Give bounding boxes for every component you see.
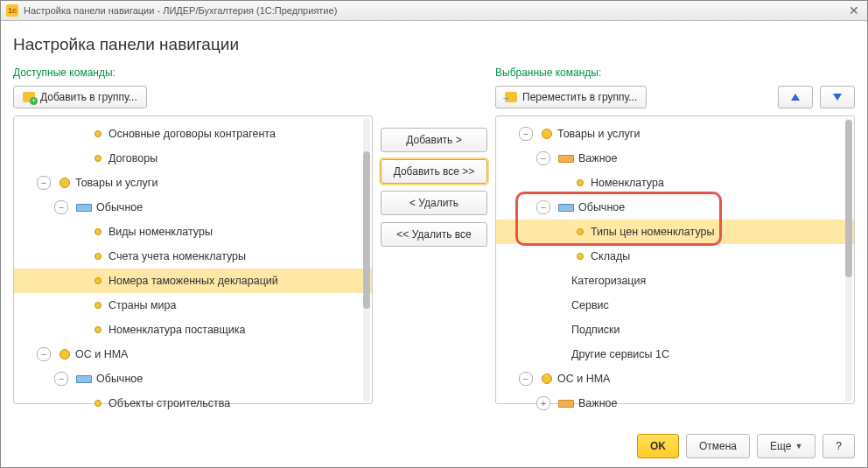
right-scrollbar[interactable] [845,118,852,402]
expand-icon[interactable]: + [536,396,550,410]
item-dot-icon [94,253,102,260]
dialog-window: 1c Настройка панели навигации - ЛИДЕР/Бу… [0,0,868,468]
tree-item[interactable]: Номенклатура поставщика [14,318,372,342]
group-dot-icon [60,178,70,188]
collapse-icon[interactable]: − [519,372,533,386]
tree-item[interactable]: Договоры [14,146,372,171]
remove-button[interactable]: < Удалить [381,191,487,215]
collapse-icon[interactable]: − [54,372,68,386]
item-dot-icon [577,228,584,235]
available-label: Доступные команды: [13,66,373,79]
group-bar-blue-icon [76,375,92,383]
move-to-group-label: Переместить в группу... [522,91,637,103]
item-dot-icon [94,228,102,235]
selected-tree[interactable]: −Товары и услуги−ВажноеНоменклатура−Обыч… [495,115,855,404]
tree-item-label: Типы цен номенклатуры [591,226,714,238]
item-dot-icon [94,400,102,407]
window-close-button[interactable]: ✕ [846,3,862,17]
item-dot-icon [94,277,102,284]
tree-item-label: Счета учета номенклатуры [108,250,246,262]
help-button[interactable]: ? [822,434,855,458]
item-dot-icon [577,179,584,186]
tree-item-label: Подписки [571,324,620,336]
tree-item-label: Договоры [108,152,158,164]
item-dot-icon [94,302,102,309]
tree-item[interactable]: Категоризация [496,269,854,293]
tree-item-label: Обычное [96,201,143,213]
tree-item[interactable]: Счета учета номенклатуры [14,244,372,269]
tree-item-label: Основные договоры контрагента [108,128,276,140]
collapse-icon[interactable]: − [37,176,51,190]
tree-item[interactable]: Другие сервисы 1С [496,342,854,367]
tree-item-label: Сервис [571,299,609,311]
add-to-group-label: Добавить в группу... [40,91,137,103]
tree-item[interactable]: −ОС и НМА [14,342,372,367]
collapse-icon[interactable]: − [54,200,68,214]
tree-item-label: Товары и услуги [557,128,640,140]
window-title: Настройка панели навигации - ЛИДЕР/Бухга… [24,5,337,16]
titlebar: 1c Настройка панели навигации - ЛИДЕР/Бу… [1,1,867,21]
group-dot-icon [60,349,70,360]
page-title: Настройка панели навигации [13,35,855,54]
tree-item[interactable]: Подписки [496,318,854,342]
tree-item-label: Другие сервисы 1С [571,348,669,360]
collapse-icon[interactable]: − [37,347,51,361]
tree-item[interactable]: Страны мира [14,293,372,318]
tree-item[interactable]: Основные договоры контрагента [14,122,372,146]
tree-item-label: ОС и НМА [557,373,610,385]
collapse-icon[interactable]: − [519,127,533,141]
tree-item[interactable]: Типы цен номенклатуры [496,220,854,244]
group-bar-orange-icon [558,155,574,163]
remove-all-button[interactable]: << Удалить все [381,222,487,247]
move-up-button[interactable] [778,86,813,108]
tree-item-label: Объекты строительства [108,397,230,409]
tree-item[interactable]: +Важное [496,391,854,416]
tree-item[interactable]: −Важное [496,146,854,171]
item-dot-icon [577,253,584,260]
chevron-down-icon: ▼ [794,442,802,451]
tree-item-label: Виды номенклатуры [108,226,213,238]
app-icon: 1c [6,4,18,17]
group-bar-orange-icon [558,400,574,408]
tree-item-label: Обычное [96,373,143,385]
group-dot-icon [542,374,552,384]
left-scroll-thumb[interactable] [363,151,370,309]
tree-item-label: Важное [578,152,617,164]
collapse-icon[interactable]: − [536,200,550,214]
add-all-button[interactable]: Добавить все >> [381,159,487,184]
tree-item-label: Товары и услуги [75,177,158,189]
collapse-icon[interactable]: − [536,151,550,165]
tree-item[interactable]: −Обычное [496,195,854,220]
more-button[interactable]: Еще▼ [757,434,816,458]
tree-item-label: Номенклатура поставщика [108,324,245,336]
add-button[interactable]: Добавить > [381,128,487,152]
folder-move-icon [505,92,517,102]
group-bar-blue-icon [76,204,92,212]
right-scroll-thumb[interactable] [845,120,852,277]
tree-item[interactable]: Номенклатура [496,171,854,195]
selected-label: Выбранные команды: [495,66,855,79]
tree-item[interactable]: −Товары и услуги [496,122,854,146]
tree-item[interactable]: Виды номенклатуры [14,220,372,244]
tree-item[interactable]: Сервис [496,293,854,318]
move-down-button[interactable] [820,86,855,108]
add-to-group-button[interactable]: Добавить в группу... [13,86,147,108]
cancel-button[interactable]: Отмена [686,434,750,458]
tree-item[interactable]: −Товары и услуги [14,171,372,195]
tree-item-label: Обычное [578,201,625,213]
ok-button[interactable]: OK [637,434,679,458]
tree-item[interactable]: −Обычное [14,367,372,391]
tree-item[interactable]: −ОС и НМА [496,367,854,391]
available-tree[interactable]: Основные договоры контрагентаДоговоры−То… [13,115,373,404]
tree-item[interactable]: Объекты строительства [14,391,372,416]
tree-item-label: ОС и НМА [75,348,128,360]
tree-item[interactable]: Номера таможенных деклараций [14,269,372,293]
group-bar-blue-icon [558,204,574,212]
tree-item[interactable]: Склады [496,244,854,269]
tree-item[interactable]: −Обычное [14,195,372,220]
move-to-group-button[interactable]: Переместить в группу... [495,86,647,108]
left-scrollbar[interactable] [363,118,370,402]
folder-plus-icon [23,92,35,102]
tree-item-label: Страны мира [108,299,177,311]
dialog-footer: OK Отмена Еще▼ ? [637,434,855,458]
